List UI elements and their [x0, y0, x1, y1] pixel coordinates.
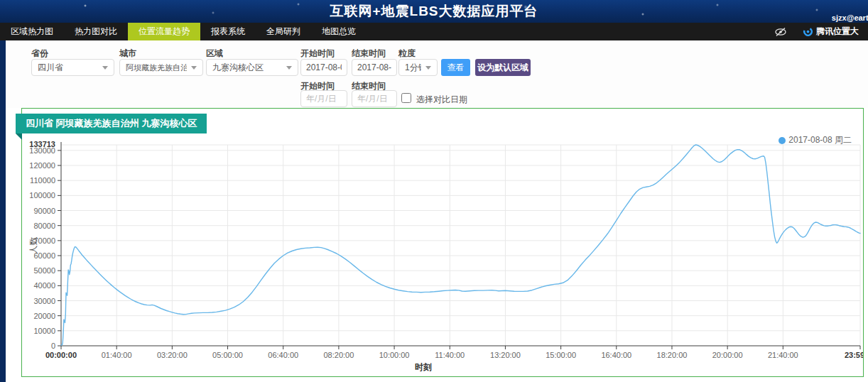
legend-label: 2017-08-08 周二: [788, 134, 852, 146]
city-select[interactable]: 阿坝藏族羌族自治州: [119, 59, 203, 76]
svg-text:40000: 40000: [33, 281, 55, 290]
svg-text:16:40:00: 16:40:00: [601, 351, 631, 359]
chevron-down-icon: [425, 66, 431, 70]
region-badge: 四川省 阿坝藏族羌族自治州 九寨沟核心区: [16, 114, 207, 133]
app-banner: 互联网+地震LBS大数据应用平台 sjzx@earthq: [0, 0, 868, 23]
svg-text:30000: 30000: [33, 297, 55, 305]
compare-date-checkbox[interactable]: [401, 93, 411, 103]
page-title: 互联网+地震LBS大数据应用平台: [0, 2, 868, 21]
svg-text:人数: 人数: [28, 237, 38, 254]
start-time-label: 开始时间: [300, 48, 335, 60]
brand-area: 腾讯位置大: [803, 26, 868, 38]
svg-text:06:40:00: 06:40:00: [268, 351, 298, 359]
brand-label: 腾讯位置大: [816, 26, 859, 38]
end-date-input[interactable]: [352, 59, 397, 76]
page-content: 省份 四川省 城市 阿坝藏族羌族自治州 区域 九寨沟核心区 开始时间 结束时间 …: [6, 40, 868, 382]
nav-tab-region-heatmap[interactable]: 区域热力图: [0, 23, 64, 40]
city-value: 阿坝藏族羌族自治州: [126, 62, 187, 73]
svg-text:00:00:00: 00:00:00: [45, 351, 77, 359]
granularity-value: 1分钟: [405, 62, 421, 74]
province-label: 省份: [31, 48, 48, 60]
chart-panel: 四川省 阿坝藏族羌族自治州 九寨沟核心区 2017-08-08 周二 01000…: [21, 108, 864, 377]
compare-start-input[interactable]: [300, 90, 347, 107]
main-nav: 区域热力图 热力图对比 位置流量趋势 报表系统 全局研判 地图总览 腾讯位置大: [0, 23, 868, 40]
svg-text:10:00:00: 10:00:00: [379, 351, 410, 359]
svg-text:21:40:00: 21:40:00: [768, 351, 798, 359]
chart-legend[interactable]: 2017-08-08 周二: [779, 134, 852, 146]
compare-date-checkbox-label: 选择对比日期: [416, 94, 467, 106]
svg-text:18:20:00: 18:20:00: [657, 351, 688, 359]
svg-text:133713: 133713: [29, 140, 55, 148]
nav-tab-heatmap-compare[interactable]: 热力图对比: [64, 23, 128, 40]
end-time-label: 结束时间: [352, 48, 386, 60]
svg-text:13:20:00: 13:20:00: [490, 351, 521, 359]
svg-text:120000: 120000: [29, 161, 55, 170]
svg-text:20000: 20000: [33, 312, 55, 320]
region-label: 区域: [206, 48, 223, 60]
city-label: 城市: [119, 48, 136, 60]
svg-text:100000: 100000: [29, 191, 55, 200]
svg-text:90000: 90000: [33, 207, 55, 215]
tencent-location-logo: [803, 26, 813, 37]
chevron-down-icon: [191, 66, 197, 70]
nav-tab-location-traffic-trend[interactable]: 位置流量趋势: [128, 23, 200, 40]
granularity-select[interactable]: 1分钟: [398, 59, 438, 76]
svg-text:0: 0: [51, 342, 55, 350]
svg-text:20:00:00: 20:00:00: [712, 351, 743, 359]
account-label: sjzx@earthq: [832, 13, 868, 22]
region-value: 九寨沟核心区: [212, 62, 264, 74]
nav-tab-report-system[interactable]: 报表系统: [200, 23, 256, 40]
compare-end-input[interactable]: [352, 90, 397, 107]
svg-text:110000: 110000: [30, 176, 55, 185]
svg-text:10000: 10000: [33, 327, 55, 335]
filter-panel: 省份 四川省 城市 阿坝藏族羌族自治州 区域 九寨沟核心区 开始时间 结束时间 …: [6, 40, 868, 108]
region-select[interactable]: 九寨沟核心区: [206, 59, 298, 76]
svg-text:05:00:00: 05:00:00: [212, 351, 243, 359]
svg-text:时刻: 时刻: [415, 362, 432, 372]
traffic-trend-line-chart: 0100002000030000400005000060000700008000…: [22, 109, 863, 376]
svg-text:80000: 80000: [33, 222, 55, 230]
start-date-input[interactable]: [300, 59, 347, 76]
svg-text:11:40:00: 11:40:00: [435, 351, 465, 359]
svg-text:08:20:00: 08:20:00: [323, 351, 354, 359]
svg-text:03:20:00: 03:20:00: [157, 351, 188, 359]
chevron-down-icon: [286, 66, 292, 70]
set-default-region-button[interactable]: 设为默认区域: [475, 59, 531, 76]
province-value: 四川省: [38, 62, 63, 74]
eye-off-icon[interactable]: [774, 27, 787, 37]
svg-text:01:40:00: 01:40:00: [102, 351, 132, 359]
svg-text:23:59:00: 23:59:00: [845, 351, 863, 359]
province-select[interactable]: 四川省: [31, 59, 114, 76]
chevron-down-icon: [102, 66, 108, 70]
legend-dot-icon: [779, 137, 786, 144]
nav-tab-map-overview[interactable]: 地图总览: [311, 23, 367, 40]
svg-text:15:00:00: 15:00:00: [546, 351, 576, 359]
granularity-label: 粒度: [398, 48, 416, 60]
nav-tab-global-judgement[interactable]: 全局研判: [256, 23, 311, 40]
svg-text:50000: 50000: [33, 266, 55, 275]
view-button[interactable]: 查看: [441, 59, 470, 76]
